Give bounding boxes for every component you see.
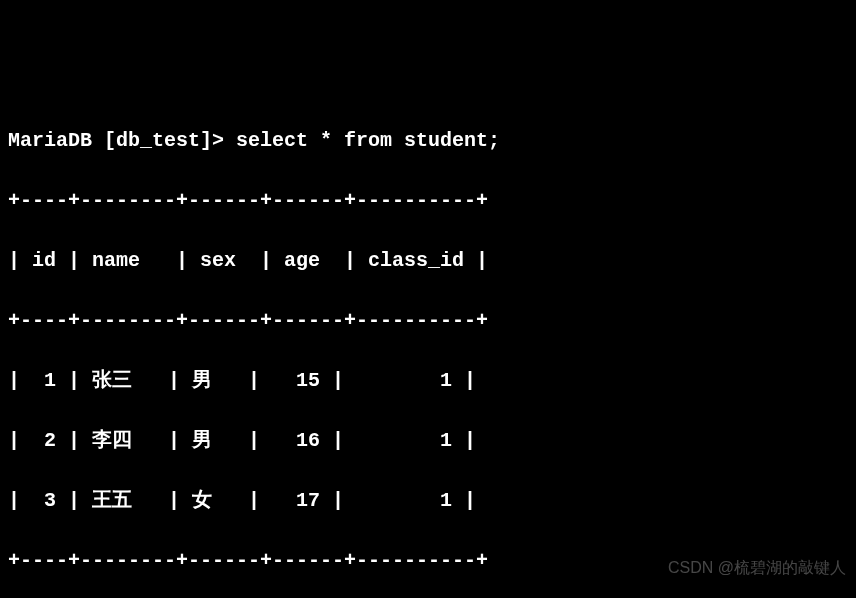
table-row: | 2 | 李四 | 男 | 16 | 1 |: [8, 426, 848, 456]
watermark: CSDN @梳碧湖的敲键人: [668, 556, 846, 580]
table-border: +----+--------+------+------+----------+: [8, 306, 848, 336]
sql-command: select * from student;: [236, 129, 500, 152]
table-border: +----+--------+------+------+----------+: [8, 186, 848, 216]
table-row: | 3 | 王五 | 女 | 17 | 1 |: [8, 486, 848, 516]
query1-line: MariaDB [db_test]> select * from student…: [8, 126, 848, 156]
table-header: | id | name | sex | age | class_id |: [8, 246, 848, 276]
prompt: MariaDB [db_test]>: [8, 129, 236, 152]
table-row: | 1 | 张三 | 男 | 15 | 1 |: [8, 366, 848, 396]
